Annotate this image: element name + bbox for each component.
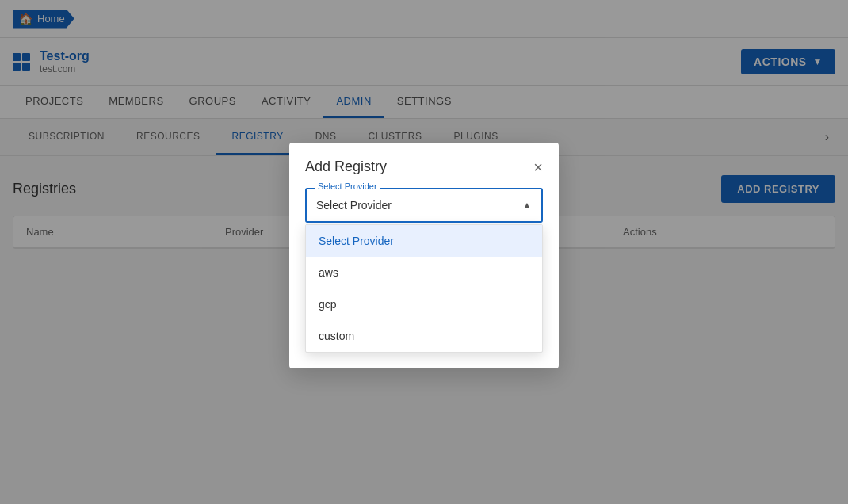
- dropdown-item-gcp[interactable]: gcp: [306, 288, 542, 320]
- select-field[interactable]: Select Provider ▲: [307, 189, 541, 221]
- select-value: Select Provider: [316, 199, 392, 212]
- chevron-up-icon: ▲: [522, 200, 532, 211]
- provider-dropdown: Select Provider aws gcp custom: [305, 224, 543, 353]
- provider-select-wrapper[interactable]: Select Provider Select Provider ▲: [305, 188, 543, 223]
- dropdown-item-aws[interactable]: aws: [306, 257, 542, 288]
- modal-close-button[interactable]: ×: [533, 159, 543, 175]
- modal-title: Add Registry: [305, 158, 387, 175]
- modal-body: Select Provider Select Provider ▲ Select…: [289, 188, 559, 368]
- add-registry-modal: Add Registry × Select Provider Select Pr…: [289, 143, 559, 368]
- dropdown-item-default[interactable]: Select Provider: [306, 225, 542, 257]
- dropdown-item-custom[interactable]: custom: [306, 320, 542, 352]
- modal-overlay[interactable]: Add Registry × Select Provider Select Pr…: [0, 0, 848, 473]
- select-provider-label: Select Provider: [315, 181, 380, 191]
